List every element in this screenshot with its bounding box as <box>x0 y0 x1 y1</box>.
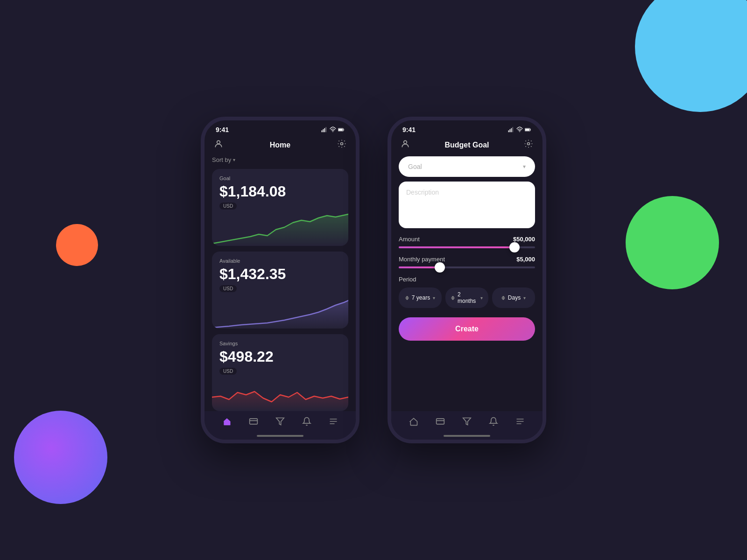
monthly-slider[interactable] <box>399 266 535 268</box>
period-selectors: 7 years ▾ 2 months ▾ Days <box>399 287 535 308</box>
goal-card[interactable]: Goal $1,184.08 USD <box>212 169 348 246</box>
available-amount: $1,432.35 <box>219 266 341 283</box>
goal-dropdown-arrow: ▾ <box>523 163 526 170</box>
period-years-text: 7 years <box>412 294 430 301</box>
years-arrow-up <box>405 296 409 298</box>
phone-header-right: Budget Goal <box>391 135 543 156</box>
description-box[interactable]: Description <box>399 182 535 228</box>
nav-bell-right[interactable] <box>489 417 498 428</box>
svg-point-18 <box>519 131 520 132</box>
monthly-row: Monthly payment $5,000 <box>399 256 535 263</box>
nav-card-left[interactable] <box>249 417 258 428</box>
period-days-arrows <box>501 296 505 300</box>
svg-rect-3 <box>325 127 326 132</box>
goal-dropdown[interactable]: Goal ▾ <box>399 156 535 177</box>
notch-left <box>250 120 310 134</box>
notch-right <box>437 120 497 134</box>
available-card[interactable]: Available $1,432.35 USD <box>212 252 348 329</box>
wifi-icon <box>330 126 336 133</box>
status-icons-right <box>508 126 531 133</box>
settings-icon-left[interactable] <box>337 139 346 151</box>
description-placeholder: Description <box>406 189 439 196</box>
period-label: Period <box>399 276 535 283</box>
svg-point-7 <box>217 140 220 144</box>
available-chart <box>212 296 348 329</box>
decorative-circle-blue <box>635 0 747 112</box>
user-icon-right[interactable] <box>401 139 410 151</box>
available-currency: USD <box>219 285 237 292</box>
phone-budget: 9:41 Budget Goal Goal ▾ <box>388 117 546 443</box>
battery-icon <box>338 126 345 133</box>
svg-point-8 <box>340 143 343 145</box>
period-days-selector[interactable]: Days ▾ <box>492 287 535 308</box>
monthly-value: $5,000 <box>516 256 535 263</box>
period-months-arrows <box>451 296 455 300</box>
savings-card[interactable]: Savings $498.22 USD <box>212 334 348 411</box>
period-months-selector[interactable]: 2 months ▾ <box>445 287 488 308</box>
decorative-circle-green <box>626 196 719 289</box>
svg-rect-16 <box>511 128 512 133</box>
sort-by-control[interactable]: Sort by ▾ <box>212 156 348 163</box>
available-label: Available <box>219 258 341 264</box>
wifi-icon-right <box>516 126 523 133</box>
svg-rect-14 <box>508 130 509 132</box>
goal-chart <box>212 213 348 246</box>
amount-slider-track <box>399 246 535 248</box>
time-left: 9:41 <box>216 126 229 133</box>
period-days-text: Days <box>508 294 521 301</box>
nav-card-right[interactable] <box>436 417 445 428</box>
goal-currency: USD <box>219 203 237 210</box>
signal-icon-right <box>508 126 514 133</box>
days-arrow-down <box>501 298 505 300</box>
months-arrow-down <box>451 298 455 300</box>
svg-rect-20 <box>525 129 529 131</box>
status-icons-left <box>321 126 345 133</box>
days-chevron: ▾ <box>523 295 526 301</box>
nav-menu-left[interactable] <box>329 417 338 428</box>
phone-home: 9:41 Home Sort by <box>201 117 359 443</box>
months-arrow-up <box>451 296 455 298</box>
svg-rect-2 <box>324 128 325 133</box>
nav-bell-left[interactable] <box>302 417 311 428</box>
settings-icon-right[interactable] <box>524 139 533 151</box>
time-right: 9:41 <box>402 126 416 133</box>
home-indicator-right <box>444 435 490 437</box>
sort-by-label: Sort by <box>212 156 231 163</box>
svg-point-22 <box>527 143 529 145</box>
svg-rect-17 <box>512 127 513 132</box>
nav-filter-right[interactable] <box>462 417 472 428</box>
goal-amount: $1,184.08 <box>219 183 341 200</box>
nav-menu-right[interactable] <box>515 417 525 428</box>
period-years-selector[interactable]: 7 years ▾ <box>399 287 442 308</box>
phones-container: 9:41 Home Sort by <box>201 117 546 443</box>
amount-label: Amount <box>399 236 420 243</box>
create-button[interactable]: Create <box>399 317 535 341</box>
monthly-slider-track <box>399 266 535 268</box>
nav-filter-left[interactable] <box>275 417 285 428</box>
amount-slider[interactable] <box>399 246 535 248</box>
svg-rect-1 <box>323 129 324 132</box>
amount-slider-thumb[interactable] <box>509 242 520 252</box>
monthly-slider-thumb[interactable] <box>435 262 445 273</box>
battery-icon-right <box>525 126 531 133</box>
decorative-circle-orange <box>56 224 98 266</box>
user-icon-left[interactable] <box>214 139 223 151</box>
svg-rect-0 <box>322 130 323 132</box>
monthly-label: Monthly payment <box>399 256 445 263</box>
budget-content: Goal ▾ Description Amount $50,000 Monthl <box>391 156 543 341</box>
nav-home-left[interactable] <box>222 417 232 428</box>
amount-value: $50,000 <box>513 236 535 243</box>
home-title: Home <box>270 141 290 149</box>
amount-slider-fill <box>399 246 514 248</box>
savings-label: Savings <box>219 341 341 346</box>
period-months-text: 2 months <box>458 291 478 304</box>
days-arrow-up <box>501 296 505 298</box>
savings-chart <box>212 378 348 411</box>
nav-home-right[interactable] <box>409 417 418 428</box>
sort-arrow-icon: ▾ <box>233 157 235 162</box>
decorative-circle-purple <box>14 411 107 504</box>
svg-point-21 <box>404 140 407 144</box>
svg-rect-6 <box>338 129 343 131</box>
signal-icon <box>321 126 328 133</box>
months-chevron: ▾ <box>480 295 483 301</box>
